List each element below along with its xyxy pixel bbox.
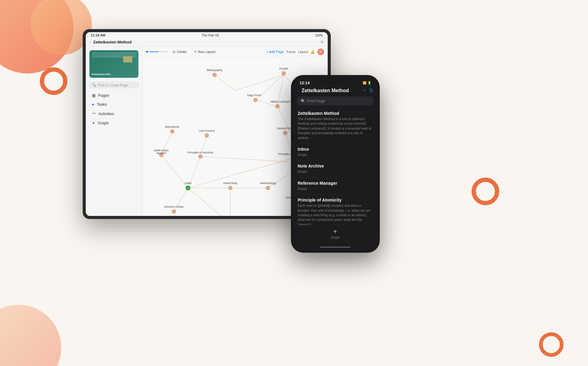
sidebar-item-label: Graph <box>98 121 109 125</box>
iphone-tab-bar: ✦ Graph <box>293 225 377 244</box>
svg-text:Zettel Body: Zettel Body <box>223 182 238 185</box>
ipad-close-button[interactable]: ✕ <box>320 40 324 44</box>
sidebar-thumbnail[interactable]: Zettelkasten Met... <box>89 50 138 78</box>
sidebar-item-tasks[interactable]: ● Tasks <box>88 100 140 109</box>
thumbnail-lines <box>92 53 136 58</box>
svg-line-1 <box>215 75 235 91</box>
thumbnail-bg: Zettelkasten Met... <box>89 50 138 78</box>
note-line <box>92 53 136 54</box>
list-item[interactable]: Zettelkasten Method The Zettelkasten Met… <box>298 108 373 144</box>
zoom-fill <box>149 51 158 52</box>
ipad-date: Thu Feb 18 <box>202 33 219 37</box>
svg-point-41 <box>199 155 202 158</box>
activities-icon: 〜 <box>92 111 96 116</box>
layout-icon: ✂ <box>194 50 197 54</box>
svg-point-47 <box>186 186 190 190</box>
pages-icon: ▦ <box>92 93 96 98</box>
svg-point-49 <box>228 186 232 190</box>
center-label: Center <box>177 50 187 54</box>
bg-ring-left <box>40 67 67 95</box>
item-title: Inbox <box>298 147 373 152</box>
zoom-control[interactable] <box>146 51 168 53</box>
add-button[interactable]: + <box>363 88 366 93</box>
svg-text:Byproducts: Byproducts <box>165 125 179 128</box>
sidebar-item-label: Activities <box>98 111 114 116</box>
svg-point-51 <box>266 186 270 190</box>
list-item[interactable]: Principle of Atomicity Each note or [[Ze… <box>298 194 373 225</box>
item-title: Note Archive <box>298 164 373 168</box>
graph-toolbar: ⊙ Center ✂ Run Layout + Add Page Focus L… <box>142 47 328 57</box>
iphone-screen: 12:14 📶 🔋 ‹ Zettelkasten Method + ⇅ 🔍 Fi… <box>293 77 377 250</box>
center-button[interactable]: ⊙ Center <box>171 49 189 55</box>
iphone-nav-title: Zettelkasten Method <box>302 88 363 93</box>
svg-line-16 <box>188 158 293 188</box>
sidebar-item-graph[interactable]: ✦ Graph <box>88 119 140 127</box>
search-placeholder: Find or Create Page <box>98 83 128 87</box>
ipad-status-bar: 11:18 AM Thu Feb 18 100% <box>86 32 328 38</box>
tasks-icon: ● <box>92 102 94 107</box>
layout-button[interactable]: Layout <box>298 50 308 54</box>
sidebar-item-label: Tasks <box>97 102 107 107</box>
sort-button[interactable]: ⇅ <box>369 88 373 93</box>
battery-icon: 🔋 <box>368 81 371 85</box>
svg-text:Bibliography: Bibliography <box>207 69 222 72</box>
iphone-notch <box>320 77 351 84</box>
note-box <box>123 56 132 62</box>
thumbnail-label: Zettelkasten Met... <box>91 73 112 76</box>
svg-point-26 <box>254 98 257 102</box>
svg-point-34 <box>205 134 209 137</box>
bg-ring-bottom-right <box>539 332 564 357</box>
graph-tab-label: Graph <box>331 236 340 239</box>
avatar-initial: U <box>320 50 322 53</box>
add-page-button[interactable]: + Add Page <box>266 50 284 54</box>
svg-point-32 <box>170 130 174 133</box>
svg-point-22 <box>282 71 285 75</box>
ipad-page-title: Zettelkasten Method <box>93 40 320 44</box>
svg-point-55 <box>172 209 175 213</box>
graph-icon: ✦ <box>92 121 95 125</box>
run-layout-label: Run Layout <box>198 50 215 54</box>
tab-graph[interactable]: ✦ Graph <box>331 228 340 239</box>
sidebar-item-pages[interactable]: ▦ Pages <box>88 91 140 100</box>
ipad-time: 11:18 AM <box>91 33 105 37</box>
sidebar-item-label: Pages <box>98 93 109 98</box>
ipad-battery: 100% <box>315 34 323 37</box>
bg-circle-bottom-left <box>0 305 61 366</box>
item-desc: Empty <box>298 169 373 174</box>
sidebar-search-bar[interactable]: 🔍 Find or Create Page <box>89 81 139 89</box>
item-title: Zettelkasten Method <box>298 111 373 116</box>
ipad-back-button[interactable]: ‹ <box>89 40 91 44</box>
svg-point-24 <box>213 73 217 77</box>
item-desc: The Zettelkasten Method is a tool to opt… <box>298 117 373 140</box>
ipad-status-right: 100% <box>315 34 323 37</box>
svg-text:Principle of Atomicity: Principle of Atomicity <box>187 151 213 154</box>
item-desc: Empty <box>298 187 373 191</box>
iphone-nav-bar: ‹ Zettelkasten Method + ⇅ <box>293 86 377 95</box>
home-bar <box>320 247 351 248</box>
iphone-home-indicator <box>293 244 377 250</box>
item-title: Reference Manager <box>298 181 373 186</box>
iphone-back-button[interactable]: ‹ <box>298 88 299 93</box>
svg-text:Identifier: Identifier <box>156 152 166 155</box>
svg-text:Niklas Luhmann: Niklas Luhmann <box>270 100 291 103</box>
bg-ring-right-mid <box>472 178 499 205</box>
iphone-search-bar[interactable]: 🔍 Find Page <box>297 96 374 105</box>
list-item[interactable]: Reference Manager Empty <box>298 178 373 194</box>
wifi-icon: 📶 <box>363 81 366 85</box>
run-layout-button[interactable]: ✂ Run Layout <box>192 49 217 55</box>
search-placeholder: Find Page <box>307 99 325 103</box>
graph-tab-icon: ✦ <box>333 228 338 235</box>
list-item[interactable]: Inbox Empty <box>298 144 373 160</box>
list-item[interactable]: Note Archive Empty <box>298 160 373 177</box>
svg-line-11 <box>161 155 188 188</box>
ipad-sidebar: Zettelkasten Met... 🔍 Find or Create Pag… <box>86 47 142 216</box>
zoom-dot <box>146 51 148 53</box>
sidebar-item-activities[interactable]: 〜 Activities <box>88 109 140 119</box>
zoom-bar <box>149 51 168 52</box>
svg-text:Structure Notes: Structure Notes <box>164 205 184 208</box>
note-line <box>92 55 136 55</box>
item-desc: Each note or [[Zettel]] contains one ide… <box>298 203 373 225</box>
focus-button[interactable]: Focus <box>286 50 296 54</box>
user-avatar[interactable]: U <box>317 48 324 55</box>
iphone-status-icons: 📶 🔋 <box>363 81 371 85</box>
